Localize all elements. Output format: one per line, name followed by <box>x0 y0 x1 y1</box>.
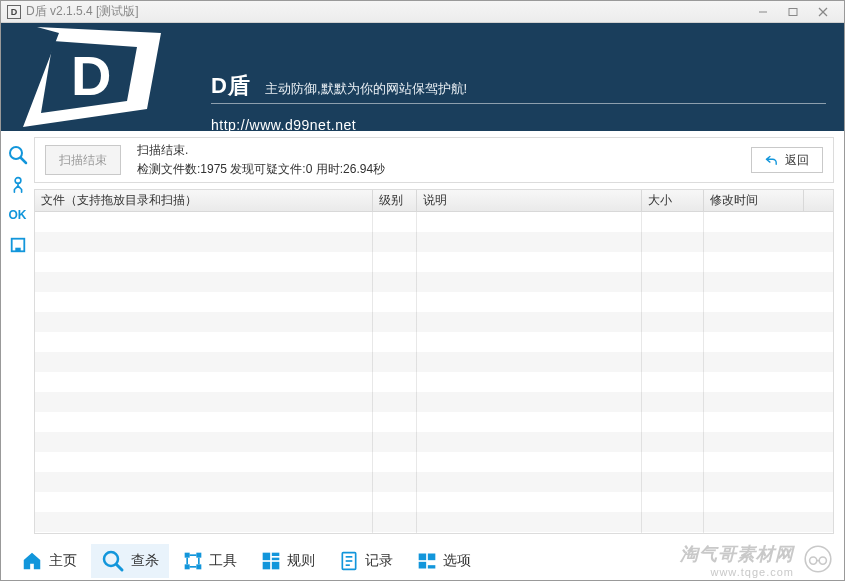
svg-line-9 <box>21 158 26 163</box>
glasses-icon <box>802 543 834 578</box>
svg-rect-35 <box>428 565 436 568</box>
window-title: D盾 v2.1.5.4 [测试版] <box>26 3 748 20</box>
column-header[interactable]: 大小 <box>642 190 704 211</box>
left-toolbar: OK <box>1 131 34 540</box>
nav-logs[interactable]: 记录 <box>329 544 403 578</box>
svg-rect-33 <box>428 553 436 560</box>
tools-icon <box>183 551 203 571</box>
svg-rect-34 <box>419 561 427 568</box>
options-icon <box>417 551 437 571</box>
home-icon <box>21 550 43 572</box>
svg-rect-32 <box>419 553 427 560</box>
square-icon[interactable] <box>7 234 29 256</box>
tagline: 主动防御,默默为你的网站保驾护航! <box>265 80 467 98</box>
bottom-nav: 主页查杀工具规则记录选项 淘气哥素材网 www.tqge.com <box>1 540 844 580</box>
watermark-url: www.tqge.com <box>680 566 794 578</box>
scan-end-button[interactable]: 扫描结束 <box>45 145 121 175</box>
nav-options[interactable]: 选项 <box>407 544 481 578</box>
watermark-title: 淘气哥素材网 <box>680 542 794 566</box>
nav-label: 规则 <box>287 552 315 570</box>
svg-rect-1 <box>789 8 797 15</box>
svg-line-14 <box>117 564 123 570</box>
nav-home[interactable]: 主页 <box>11 544 87 578</box>
titlebar: D D盾 v2.1.5.4 [测试版] <box>1 1 844 23</box>
svg-point-37 <box>810 557 817 564</box>
results-table: 文件（支持拖放目录和扫描）级别说明大小修改时间 <box>34 189 834 534</box>
nav-label: 查杀 <box>131 552 159 570</box>
undo-icon <box>765 153 779 167</box>
product-name: D盾 <box>211 71 251 101</box>
status-bar: 扫描结束 扫描结束. 检测文件数:1975 发现可疑文件:0 用时:26.94秒… <box>34 137 834 183</box>
svg-rect-15 <box>185 552 190 557</box>
scan-icon <box>101 549 125 573</box>
banner: D D盾 主动防御,默默为你的网站保驾护航! http://www.d99net… <box>1 23 844 131</box>
rules-icon <box>261 551 281 571</box>
column-header[interactable]: 文件（支持拖放目录和扫描） <box>35 190 373 211</box>
svg-point-38 <box>819 557 826 564</box>
table-header: 文件（支持拖放目录和扫描）级别说明大小修改时间 <box>35 190 833 212</box>
svg-point-36 <box>805 546 831 572</box>
svg-rect-26 <box>263 561 271 569</box>
column-header[interactable]: 修改时间 <box>704 190 804 211</box>
minimize-button[interactable] <box>748 3 778 21</box>
logs-icon <box>339 551 359 571</box>
search-icon[interactable] <box>7 144 29 166</box>
table-body[interactable] <box>35 212 833 533</box>
banner-divider <box>211 103 826 104</box>
svg-rect-12 <box>15 248 20 252</box>
app-icon: D <box>7 5 21 19</box>
nav-label: 主页 <box>49 552 77 570</box>
product-url: http://www.d99net.net <box>211 117 356 131</box>
nav-tools[interactable]: 工具 <box>173 544 247 578</box>
column-header[interactable]: 说明 <box>417 190 642 211</box>
back-button[interactable]: 返回 <box>751 147 823 173</box>
logo-icon: D <box>19 27 174 131</box>
svg-rect-16 <box>185 564 190 569</box>
svg-rect-27 <box>272 561 280 569</box>
maximize-button[interactable] <box>778 3 808 21</box>
svg-rect-24 <box>272 552 280 555</box>
column-header[interactable] <box>804 190 833 211</box>
watermark: 淘气哥素材网 www.tqge.com <box>680 542 834 578</box>
svg-rect-18 <box>196 564 201 569</box>
nav-label: 选项 <box>443 552 471 570</box>
status-line2: 检测文件数:1975 发现可疑文件:0 用时:26.94秒 <box>137 160 735 179</box>
status-line1: 扫描结束. <box>137 141 735 160</box>
ok-icon[interactable]: OK <box>7 204 29 226</box>
svg-rect-25 <box>272 557 280 560</box>
process-icon[interactable] <box>7 174 29 196</box>
nav-rules[interactable]: 规则 <box>251 544 325 578</box>
svg-rect-23 <box>263 552 271 560</box>
nav-scan[interactable]: 查杀 <box>91 544 169 578</box>
svg-rect-17 <box>196 552 201 557</box>
nav-label: 工具 <box>209 552 237 570</box>
nav-label: 记录 <box>365 552 393 570</box>
close-button[interactable] <box>808 3 838 21</box>
svg-text:D: D <box>71 44 111 107</box>
column-header[interactable]: 级别 <box>373 190 417 211</box>
back-label: 返回 <box>785 152 809 169</box>
